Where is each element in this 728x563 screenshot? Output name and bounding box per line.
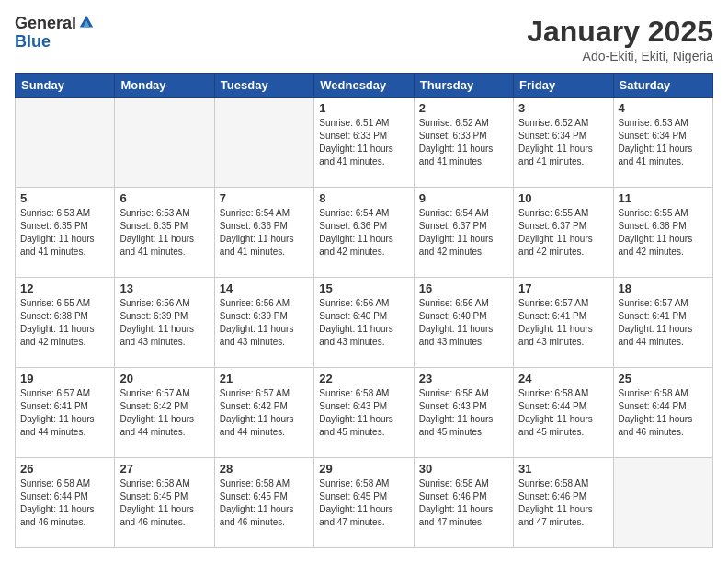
day-detail: Sunrise: 6:58 AM Sunset: 6:44 PM Dayligh… bbox=[20, 477, 109, 529]
day-number: 2 bbox=[419, 101, 508, 115]
day-cell: 16Sunrise: 6:56 AM Sunset: 6:40 PM Dayli… bbox=[414, 278, 513, 368]
day-number: 28 bbox=[220, 462, 309, 476]
day-cell: 13Sunrise: 6:56 AM Sunset: 6:39 PM Dayli… bbox=[115, 278, 214, 368]
title-location: Ado-Ekiti, Ekiti, Nigeria bbox=[527, 49, 713, 63]
day-detail: Sunrise: 6:58 AM Sunset: 6:44 PM Dayligh… bbox=[619, 387, 708, 439]
day-number: 18 bbox=[619, 282, 708, 295]
day-number: 10 bbox=[518, 191, 608, 205]
col-thursday: Thursday bbox=[414, 74, 513, 98]
day-cell: 3Sunrise: 6:52 AM Sunset: 6:34 PM Daylig… bbox=[514, 98, 613, 188]
day-detail: Sunrise: 6:57 AM Sunset: 6:41 PM Dayligh… bbox=[518, 297, 608, 349]
day-cell: 10Sunrise: 6:55 AM Sunset: 6:37 PM Dayli… bbox=[514, 188, 613, 278]
header: General Blue January 2025 Ado-Ekiti, Eki… bbox=[15, 15, 713, 63]
day-cell: 11Sunrise: 6:55 AM Sunset: 6:38 PM Dayli… bbox=[613, 188, 712, 278]
day-detail: Sunrise: 6:53 AM Sunset: 6:35 PM Dayligh… bbox=[20, 207, 109, 259]
day-detail: Sunrise: 6:57 AM Sunset: 6:41 PM Dayligh… bbox=[20, 387, 109, 439]
day-cell: 21Sunrise: 6:57 AM Sunset: 6:42 PM Dayli… bbox=[214, 368, 313, 458]
day-cell: 19Sunrise: 6:57 AM Sunset: 6:41 PM Dayli… bbox=[16, 368, 115, 458]
day-detail: Sunrise: 6:54 AM Sunset: 6:36 PM Dayligh… bbox=[319, 207, 408, 259]
day-number: 5 bbox=[20, 191, 109, 205]
day-number: 16 bbox=[419, 282, 508, 295]
day-detail: Sunrise: 6:56 AM Sunset: 6:39 PM Dayligh… bbox=[119, 297, 209, 349]
day-detail: Sunrise: 6:58 AM Sunset: 6:45 PM Dayligh… bbox=[220, 477, 309, 529]
day-cell: 30Sunrise: 6:58 AM Sunset: 6:46 PM Dayli… bbox=[414, 458, 513, 548]
header-row: Sunday Monday Tuesday Wednesday Thursday… bbox=[16, 74, 713, 98]
day-detail: Sunrise: 6:54 AM Sunset: 6:37 PM Dayligh… bbox=[419, 207, 508, 259]
day-detail: Sunrise: 6:57 AM Sunset: 6:42 PM Dayligh… bbox=[119, 387, 209, 439]
day-cell: 31Sunrise: 6:58 AM Sunset: 6:46 PM Dayli… bbox=[514, 458, 613, 548]
day-number: 24 bbox=[518, 372, 608, 385]
day-cell bbox=[16, 98, 115, 188]
day-detail: Sunrise: 6:57 AM Sunset: 6:41 PM Dayligh… bbox=[619, 297, 708, 349]
day-detail: Sunrise: 6:58 AM Sunset: 6:45 PM Dayligh… bbox=[119, 477, 209, 529]
day-cell: 27Sunrise: 6:58 AM Sunset: 6:45 PM Dayli… bbox=[115, 458, 214, 548]
day-cell: 14Sunrise: 6:56 AM Sunset: 6:39 PM Dayli… bbox=[214, 278, 313, 368]
day-cell: 18Sunrise: 6:57 AM Sunset: 6:41 PM Dayli… bbox=[613, 278, 712, 368]
day-number: 13 bbox=[119, 282, 209, 295]
page: General Blue January 2025 Ado-Ekiti, Eki… bbox=[0, 0, 728, 563]
day-number: 20 bbox=[119, 372, 209, 385]
col-tuesday: Tuesday bbox=[214, 74, 313, 98]
day-number: 4 bbox=[619, 101, 708, 115]
day-detail: Sunrise: 6:58 AM Sunset: 6:45 PM Dayligh… bbox=[319, 477, 408, 529]
logo-icon bbox=[78, 14, 95, 30]
day-number: 25 bbox=[619, 372, 708, 385]
day-cell: 9Sunrise: 6:54 AM Sunset: 6:37 PM Daylig… bbox=[414, 188, 513, 278]
day-cell: 4Sunrise: 6:53 AM Sunset: 6:34 PM Daylig… bbox=[613, 98, 712, 188]
day-cell: 8Sunrise: 6:54 AM Sunset: 6:36 PM Daylig… bbox=[314, 188, 414, 278]
day-detail: Sunrise: 6:57 AM Sunset: 6:42 PM Dayligh… bbox=[220, 387, 309, 439]
week-row-5: 26Sunrise: 6:58 AM Sunset: 6:44 PM Dayli… bbox=[16, 458, 713, 548]
col-sunday: Sunday bbox=[16, 74, 115, 98]
day-cell: 17Sunrise: 6:57 AM Sunset: 6:41 PM Dayli… bbox=[514, 278, 613, 368]
day-number: 12 bbox=[20, 282, 109, 295]
day-cell: 22Sunrise: 6:58 AM Sunset: 6:43 PM Dayli… bbox=[314, 368, 414, 458]
week-row-4: 19Sunrise: 6:57 AM Sunset: 6:41 PM Dayli… bbox=[16, 368, 713, 458]
day-number: 11 bbox=[619, 191, 708, 205]
day-number: 22 bbox=[319, 372, 408, 385]
day-number: 19 bbox=[20, 372, 109, 385]
day-detail: Sunrise: 6:58 AM Sunset: 6:43 PM Dayligh… bbox=[319, 387, 408, 439]
day-cell: 6Sunrise: 6:53 AM Sunset: 6:35 PM Daylig… bbox=[115, 188, 214, 278]
day-number: 8 bbox=[319, 191, 408, 205]
day-number: 7 bbox=[220, 191, 309, 205]
day-cell: 5Sunrise: 6:53 AM Sunset: 6:35 PM Daylig… bbox=[16, 188, 115, 278]
day-detail: Sunrise: 6:58 AM Sunset: 6:46 PM Dayligh… bbox=[518, 477, 608, 529]
day-number: 29 bbox=[319, 462, 408, 476]
col-monday: Monday bbox=[115, 74, 214, 98]
week-row-1: 1Sunrise: 6:51 AM Sunset: 6:33 PM Daylig… bbox=[16, 98, 713, 188]
day-cell: 29Sunrise: 6:58 AM Sunset: 6:45 PM Dayli… bbox=[314, 458, 414, 548]
day-cell bbox=[115, 98, 214, 188]
col-saturday: Saturday bbox=[613, 74, 712, 98]
day-number: 17 bbox=[518, 282, 608, 295]
day-cell: 24Sunrise: 6:58 AM Sunset: 6:44 PM Dayli… bbox=[514, 368, 613, 458]
title-block: January 2025 Ado-Ekiti, Ekiti, Nigeria bbox=[527, 15, 713, 63]
col-wednesday: Wednesday bbox=[314, 74, 414, 98]
day-detail: Sunrise: 6:56 AM Sunset: 6:40 PM Dayligh… bbox=[319, 297, 408, 349]
day-detail: Sunrise: 6:55 AM Sunset: 6:38 PM Dayligh… bbox=[619, 207, 708, 259]
day-number: 14 bbox=[220, 282, 309, 295]
week-row-2: 5Sunrise: 6:53 AM Sunset: 6:35 PM Daylig… bbox=[16, 188, 713, 278]
day-number: 9 bbox=[419, 191, 508, 205]
day-cell: 26Sunrise: 6:58 AM Sunset: 6:44 PM Dayli… bbox=[16, 458, 115, 548]
day-detail: Sunrise: 6:52 AM Sunset: 6:34 PM Dayligh… bbox=[518, 117, 608, 168]
day-cell bbox=[613, 458, 712, 548]
day-cell: 7Sunrise: 6:54 AM Sunset: 6:36 PM Daylig… bbox=[214, 188, 313, 278]
logo-blue: Blue bbox=[15, 33, 95, 52]
day-detail: Sunrise: 6:56 AM Sunset: 6:39 PM Dayligh… bbox=[220, 297, 309, 349]
day-cell: 25Sunrise: 6:58 AM Sunset: 6:44 PM Dayli… bbox=[613, 368, 712, 458]
day-number: 15 bbox=[319, 282, 408, 295]
day-detail: Sunrise: 6:55 AM Sunset: 6:38 PM Dayligh… bbox=[20, 297, 109, 349]
col-friday: Friday bbox=[514, 74, 613, 98]
day-cell: 23Sunrise: 6:58 AM Sunset: 6:43 PM Dayli… bbox=[414, 368, 513, 458]
day-detail: Sunrise: 6:53 AM Sunset: 6:34 PM Dayligh… bbox=[619, 117, 708, 168]
day-detail: Sunrise: 6:51 AM Sunset: 6:33 PM Dayligh… bbox=[319, 117, 408, 168]
day-number: 3 bbox=[518, 101, 608, 115]
day-cell: 15Sunrise: 6:56 AM Sunset: 6:40 PM Dayli… bbox=[314, 278, 414, 368]
day-detail: Sunrise: 6:55 AM Sunset: 6:37 PM Dayligh… bbox=[518, 207, 608, 259]
logo-general: General bbox=[15, 15, 76, 33]
day-cell: 2Sunrise: 6:52 AM Sunset: 6:33 PM Daylig… bbox=[414, 98, 513, 188]
day-detail: Sunrise: 6:54 AM Sunset: 6:36 PM Dayligh… bbox=[220, 207, 309, 259]
day-cell bbox=[214, 98, 313, 188]
day-number: 1 bbox=[319, 101, 408, 115]
day-number: 23 bbox=[419, 372, 508, 385]
